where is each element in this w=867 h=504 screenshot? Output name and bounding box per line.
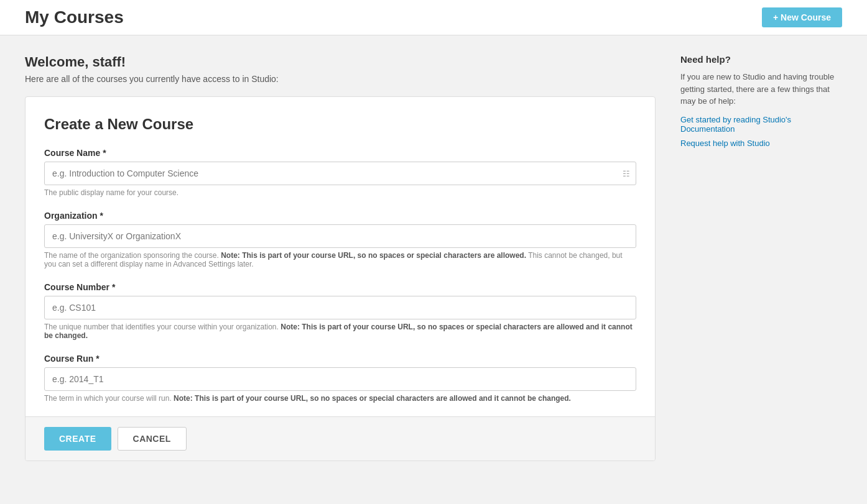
header: My Courses + New Course (0, 0, 867, 35)
page-title: My Courses (25, 7, 124, 27)
course-run-label: Course Run * (44, 354, 636, 364)
welcome-subtext: Here are all of the courses you currentl… (25, 74, 656, 84)
main-content: Welcome, staff! Here are all of the cour… (25, 54, 656, 461)
course-name-input-wrapper: ☷ (44, 162, 636, 185)
num-hint-normal: The unique number that identifies your c… (44, 323, 279, 331)
course-run-group: Course Run * The term in which your cour… (44, 354, 636, 403)
course-number-hint: The unique number that identifies your c… (44, 323, 636, 340)
course-run-hint: The term in which your course will run. … (44, 394, 636, 403)
page-wrapper: My Courses + New Course Welcome, staff! … (0, 0, 867, 504)
run-hint-bold: Note: This is part of your course URL, s… (174, 394, 571, 403)
org-hint-normal: The name of the organization sponsoring … (44, 251, 219, 260)
organization-group: Organization * The name of the organizat… (44, 211, 636, 268)
create-button[interactable]: CREATE (44, 427, 111, 451)
new-course-button[interactable]: + New Course (762, 7, 842, 27)
organization-input[interactable] (44, 224, 636, 248)
course-name-label: Course Name * (44, 148, 636, 158)
form-actions: CREATE CANCEL (26, 416, 655, 460)
sidebar: Need help? If you are new to Studio and … (680, 54, 842, 461)
course-name-input[interactable] (44, 162, 636, 185)
cancel-button[interactable]: CANCEL (118, 427, 187, 451)
welcome-heading: Welcome, staff! (25, 54, 656, 70)
run-hint-normal: The term in which your course will run. (44, 394, 172, 403)
help-section: Need help? If you are new to Studio and … (680, 54, 842, 148)
char-count-icon: ☷ (623, 169, 630, 178)
course-number-label: Course Number * (44, 282, 636, 292)
course-name-hint: The public display name for your course. (44, 188, 636, 197)
help-text: If you are new to Studio and having trou… (680, 71, 842, 108)
form-card: Create a New Course Course Name * ☷ The … (25, 96, 656, 461)
course-number-input[interactable] (44, 296, 636, 319)
course-name-group: Course Name * ☷ The public display name … (44, 148, 636, 197)
organization-hint: The name of the organization sponsoring … (44, 251, 636, 268)
course-run-input[interactable] (44, 367, 636, 391)
help-link-support[interactable]: Request help with Studio (680, 139, 842, 148)
content-area: Welcome, staff! Here are all of the cour… (0, 35, 867, 480)
organization-label: Organization * (44, 211, 636, 221)
welcome-section: Welcome, staff! Here are all of the cour… (25, 54, 656, 84)
help-heading: Need help? (680, 54, 842, 65)
org-hint-bold: Note: This is part of your course URL, s… (221, 251, 526, 260)
help-link-docs[interactable]: Get started by reading Studio's Document… (680, 115, 842, 134)
course-number-group: Course Number * The unique number that i… (44, 282, 636, 340)
form-title: Create a New Course (44, 116, 636, 133)
